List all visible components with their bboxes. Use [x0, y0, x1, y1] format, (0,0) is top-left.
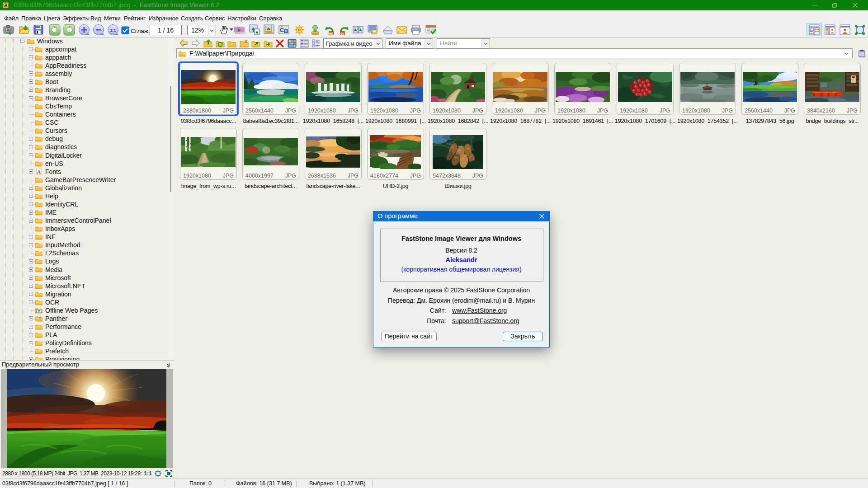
- svg-text:A: A: [37, 169, 41, 174]
- svg-text:90: 90: [340, 32, 344, 36]
- svg-text:B: B: [284, 28, 288, 34]
- svg-text:90: 90: [329, 32, 333, 36]
- svg-text:1:1: 1:1: [110, 28, 116, 33]
